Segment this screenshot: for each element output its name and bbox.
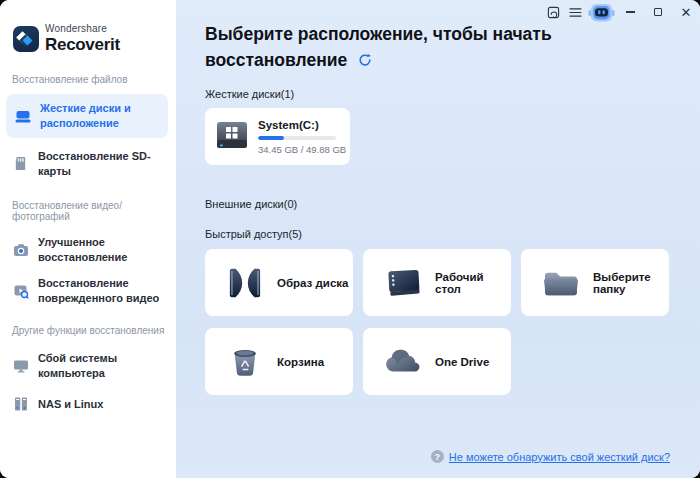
quick-access-onedrive[interactable]: One Drive	[363, 328, 511, 395]
page-title-line2: восстановление	[205, 47, 347, 73]
quick-access-label: One Drive	[435, 356, 489, 368]
sidebar-item-label: NAS и Linux	[38, 397, 103, 412]
video-repair-icon	[12, 282, 29, 299]
quick-access-disk-image[interactable]: Образ диска	[205, 249, 353, 316]
hard-disks-section-label: Жесткие диски(1)	[205, 88, 700, 100]
drive-usage-bar	[258, 136, 336, 140]
nav-section-video-photo-recovery: Восстановление видео/фотографий	[12, 200, 176, 222]
quick-access-label: Образ диска	[277, 277, 348, 289]
quick-access-recycle-bin[interactable]: Корзина	[205, 328, 353, 395]
sd-card-icon	[12, 155, 29, 172]
screenshot-icon[interactable]	[542, 1, 564, 23]
quick-access-label: Корзина	[277, 356, 324, 368]
system-drive-icon	[215, 120, 249, 154]
sidebar-item-label: Сбой системы компьютера	[38, 351, 176, 381]
sidebar-item-label: Улучшенное восстановление	[38, 235, 176, 265]
drive-usage-text: 34.45 GB / 49.88 GB	[258, 144, 346, 155]
nav-section-other-recovery: Другие функции восстановления	[12, 325, 176, 336]
maximize-button[interactable]	[644, 1, 672, 23]
sidebar-item-hard-drives[interactable]: Жесткие диски и расположение	[6, 94, 168, 138]
page-title-line1: Выберите расположение, чтобы начать	[205, 21, 700, 47]
disk-image-icon	[225, 266, 265, 300]
recoverit-window: Wondershare Recoverit Восстановление фай…	[0, 0, 700, 478]
quick-access-desktop[interactable]: Рабочий стол	[363, 249, 511, 316]
sidebar-item-sd-card[interactable]: Восстановление SD-карты	[12, 149, 176, 179]
main-content: Выберите расположение, чтобы начать восс…	[176, 0, 700, 395]
sidebar-item-label: Восстановление SD-карты	[38, 149, 176, 179]
recycle-bin-icon	[225, 345, 265, 379]
help-link[interactable]: ? Не можете обнаружить свой жесткий диск…	[431, 450, 670, 463]
drive-name: System(C:)	[258, 119, 346, 131]
help-icon: ?	[431, 450, 444, 463]
help-link-text[interactable]: Не можете обнаружить свой жесткий диск?	[449, 451, 670, 463]
choose-folder-icon	[541, 267, 581, 299]
app-logo: Wondershare Recoverit	[0, 0, 176, 53]
desktop-icon	[383, 267, 423, 299]
sidebar-item-computer-crash[interactable]: Сбой системы компьютера	[12, 351, 176, 381]
hard-drive-icon	[14, 107, 31, 124]
quick-access-label: Рабочий стол	[435, 271, 511, 295]
menu-list-icon[interactable]	[564, 1, 586, 23]
sidebar-item-corrupted-video-recovery[interactable]: Восстановление поврежденного видео	[12, 276, 176, 306]
page-title: Выберите расположение, чтобы начать восс…	[205, 21, 700, 73]
sidebar-item-label: Восстановление поврежденного видео	[38, 276, 164, 306]
quick-access-grid: Образ диска	[205, 249, 671, 395]
sidebar-item-enhanced-recovery[interactable]: Улучшенное восстановление	[12, 235, 176, 265]
sidebar-nav: Восстановление файлов Жесткие диски и ра…	[0, 74, 176, 412]
logo-product: Recoverit	[45, 36, 120, 53]
main-area: ✕ Выберите расположение, чтобы начать во…	[176, 0, 700, 478]
external-disks-section-label: Внешние диски(0)	[205, 198, 700, 210]
minimize-button[interactable]	[616, 1, 644, 23]
nav-section-file-recovery: Восстановление файлов	[12, 74, 176, 85]
quick-access-label: Выберите папку	[593, 271, 669, 295]
quick-access-choose-folder[interactable]: Выберите папку	[521, 249, 669, 316]
close-button[interactable]: ✕	[672, 1, 700, 23]
sidebar-item-label: Жесткие диски и расположение	[40, 101, 152, 131]
titlebar-controls: ✕	[542, 0, 700, 24]
computer-crash-icon	[12, 357, 29, 374]
drive-card-system-c[interactable]: System(C:) 34.45 GB / 49.88 GB	[205, 108, 350, 165]
sidebar-item-nas-linux[interactable]: NAS и Linux	[12, 395, 176, 412]
onedrive-icon	[383, 348, 423, 375]
sidebar: Wondershare Recoverit Восстановление фай…	[0, 0, 176, 478]
camera-icon	[12, 242, 29, 259]
quick-access-section-label: Быстрый доступ(5)	[205, 228, 700, 240]
nas-linux-icon	[12, 395, 29, 412]
recoverit-logo-icon	[13, 26, 39, 52]
refresh-icon[interactable]	[358, 53, 372, 67]
logo-company: Wondershare	[45, 24, 120, 34]
assistant-bot-icon[interactable]	[586, 1, 616, 23]
